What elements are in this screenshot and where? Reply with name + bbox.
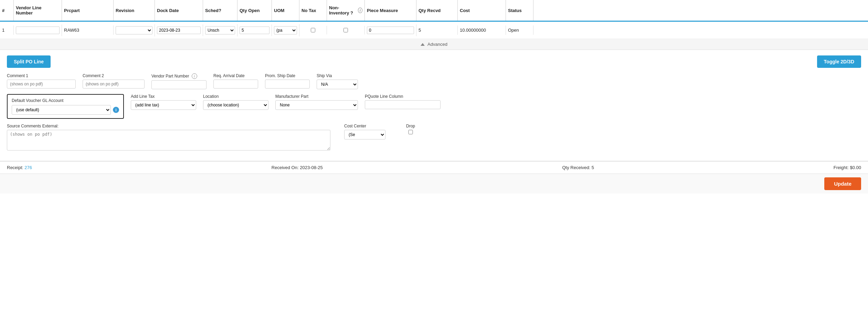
cost-center-label: Cost Center [344, 124, 385, 128]
uom-select[interactable]: (pa [274, 26, 297, 34]
row-sched[interactable]: Unsch [203, 24, 237, 37]
triangle-up-icon [421, 43, 425, 46]
sched-select[interactable]: Unsch [205, 26, 235, 34]
col-header-non-inventory: Non-Inventory ? i [327, 0, 365, 21]
row-non-inventory[interactable] [327, 26, 365, 34]
prom-ship-label: Prom. Ship Date [265, 73, 310, 78]
voucher-gl-select[interactable]: (use default) [12, 105, 111, 115]
freight-label: Freight: [834, 165, 849, 170]
received-on-label: Received On: [272, 165, 299, 170]
vendor-part-input[interactable] [151, 80, 207, 89]
fields-row-2: Default Voucher GL Account (use default)… [7, 94, 861, 119]
piece-measure-input[interactable] [367, 27, 414, 34]
row-piece-measure[interactable] [365, 24, 416, 36]
voucher-gl-info-icon[interactable]: i [113, 107, 119, 113]
cost-center-group: Cost Center (Se [344, 124, 385, 139]
voucher-gl-label: Default Voucher GL Account [12, 98, 119, 103]
no-tax-checkbox[interactable] [311, 28, 315, 32]
table-row: 1 RAW63 2023-08-23 Unsch (pa 5 10.000000… [0, 22, 868, 39]
qty-received-label: Qty Received: [562, 165, 590, 170]
qty-open-input[interactable] [240, 27, 269, 34]
update-row: Update [0, 174, 868, 194]
col-header-dock-date: Dock Date [155, 0, 203, 21]
advanced-toggle[interactable]: Advanced [0, 39, 868, 50]
row-hash: 1 [0, 25, 14, 35]
col-header-qty-recvd: Qty Recvd [416, 0, 458, 21]
row-no-tax[interactable] [299, 26, 327, 34]
receipt-number-link[interactable]: 276 [24, 165, 32, 170]
vendor-line-input[interactable] [16, 27, 60, 34]
manufacturer-part-select[interactable]: None [275, 100, 358, 110]
row-revision[interactable] [114, 24, 155, 37]
comment1-label: Comment 1 [7, 73, 76, 78]
req-arrival-group: Req. Arrival Date [213, 73, 258, 89]
received-on-section: Received On: 2023-08-25 [272, 165, 323, 170]
comment1-group: Comment 1 [7, 73, 76, 89]
add-line-tax-group: Add Line Tax (add line tax) [131, 94, 196, 110]
table-header: # Vendor Line Number Prcpart Revision Do… [0, 0, 868, 22]
receipt-section: Receipt: 276 [7, 165, 32, 170]
freight-section: Freight: $0.00 [834, 165, 861, 170]
update-button[interactable]: Update [824, 177, 861, 190]
pquote-input[interactable] [365, 100, 441, 109]
col-header-vendor-line: Vendor Line Number [14, 0, 62, 21]
drop-checkbox[interactable] [406, 130, 415, 134]
req-arrival-input[interactable] [213, 80, 258, 89]
location-label: Location [203, 94, 268, 99]
row-dock-date[interactable]: 2023-08-23 [155, 24, 203, 36]
comment2-input[interactable] [83, 80, 145, 89]
fields-row-1: Comment 1 Comment 2 Vendor Part Number i… [7, 73, 861, 89]
col-header-no-tax: No Tax [299, 0, 327, 21]
split-po-button[interactable]: Split PO Line [7, 55, 51, 68]
qty-received-val: 5 [592, 165, 594, 170]
dock-date-input[interactable]: 2023-08-23 [157, 27, 201, 34]
prom-ship-group: Prom. Ship Date [265, 73, 310, 89]
col-header-cost: Cost [458, 0, 506, 21]
received-on-date-val: 2023-08-25 [300, 165, 323, 170]
default-voucher-gl-group: Default Voucher GL Account (use default)… [7, 94, 124, 119]
ship-via-select[interactable]: N/A [317, 80, 358, 89]
ship-via-label: Ship Via [317, 73, 358, 78]
row-vendor-line[interactable] [14, 24, 62, 36]
req-arrival-label: Req. Arrival Date [213, 73, 258, 78]
row-uom[interactable]: (pa [272, 24, 299, 37]
add-line-tax-select[interactable]: (add line tax) [131, 100, 196, 110]
advanced-label: Advanced [427, 42, 447, 47]
qty-received-section: Qty Received: 5 [562, 165, 594, 170]
manufacturer-part-label: Manufacturer Part [275, 94, 358, 99]
pquote-group: PQuote Line Column [365, 94, 441, 109]
fields-row-3: Source Comments External: Cost Center (S… [7, 124, 861, 151]
row-status: Open [506, 25, 533, 35]
add-line-tax-label: Add Line Tax [131, 94, 196, 99]
action-row: Split PO Line Toggle 2D/3D [7, 55, 861, 68]
row-cost: 10.00000000 [458, 25, 506, 35]
col-header-piece-measure: Piece Measure [365, 0, 416, 21]
voucher-select-row: (use default) i [12, 105, 119, 115]
toggle-2d-button[interactable]: Toggle 2D/3D [817, 55, 861, 68]
receipt-bar: Receipt: 276 Received On: 2023-08-25 Qty… [0, 161, 868, 174]
source-comments-group: Source Comments External: [7, 124, 330, 151]
col-header-qty-open: Qty Open [237, 0, 272, 21]
comment2-group: Comment 2 [83, 73, 145, 89]
source-comments-textarea[interactable] [7, 130, 330, 151]
row-qty-open[interactable] [237, 24, 272, 36]
col-header-revision: Revision [114, 0, 155, 21]
manufacturer-part-group: Manufacturer Part None [275, 94, 358, 110]
cost-center-select[interactable]: (Se [344, 130, 385, 139]
drop-group: Drop [406, 124, 415, 134]
vendor-part-info-icon[interactable]: i [192, 73, 197, 79]
col-header-prcpart: Prcpart [62, 0, 114, 21]
revision-select[interactable] [116, 26, 152, 34]
receipt-label: Receipt: [7, 165, 23, 170]
drop-label: Drop [406, 124, 415, 128]
non-inventory-checkbox[interactable] [343, 28, 348, 32]
col-header-sched: Sched? [203, 0, 237, 21]
prom-ship-input[interactable] [265, 80, 310, 89]
vendor-part-label: Vendor Part Number i [151, 73, 207, 79]
non-inventory-info-icon[interactable]: i [358, 8, 362, 13]
location-select[interactable]: (choose location) [203, 100, 268, 110]
comment2-label: Comment 2 [83, 73, 145, 78]
comment1-input[interactable] [7, 80, 76, 89]
advanced-panel: Split PO Line Toggle 2D/3D Comment 1 Com… [0, 50, 868, 161]
freight-val: $0.00 [850, 165, 861, 170]
